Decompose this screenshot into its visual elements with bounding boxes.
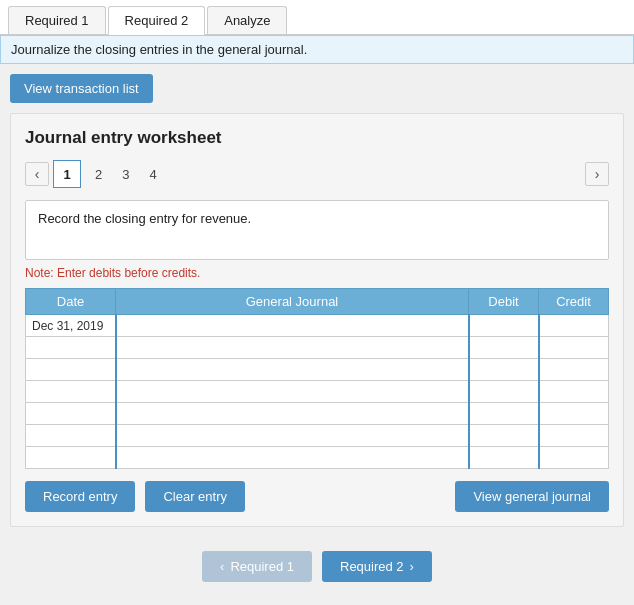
credit-cell-4[interactable] [539,403,609,425]
debit-cell-2[interactable] [469,359,539,381]
date-cell-0: Dec 31, 2019 [26,315,116,337]
prev-arrow-icon: ‹ [220,559,224,574]
debit-input-6[interactable] [470,447,538,468]
journal-cell-5[interactable] [116,425,469,447]
journal-table: Date General Journal Debit Credit Dec 31… [25,288,609,469]
credit-input-5[interactable] [540,425,609,446]
credit-cell-0[interactable] [539,315,609,337]
journal-cell-2[interactable] [116,359,469,381]
record-entry-button[interactable]: Record entry [25,481,135,512]
debit-cell-1[interactable] [469,337,539,359]
table-row [26,359,609,381]
nav-prev-button[interactable]: ‹ Required 1 [202,551,312,582]
journal-cell-3[interactable] [116,381,469,403]
credit-cell-5[interactable] [539,425,609,447]
journal-input-6[interactable] [117,447,468,468]
credit-cell-2[interactable] [539,359,609,381]
table-row [26,425,609,447]
col-header-debit: Debit [469,289,539,315]
col-header-journal: General Journal [116,289,469,315]
journal-input-0[interactable] [117,315,468,336]
action-buttons: Record entry Clear entry View general jo… [25,481,609,512]
debit-cell-6[interactable] [469,447,539,469]
nav-next-button[interactable]: Required 2 › [322,551,432,582]
table-row: Dec 31, 2019 [26,315,609,337]
description-text: Record the closing entry for revenue. [38,211,251,226]
debit-cell-5[interactable] [469,425,539,447]
journal-input-3[interactable] [117,381,468,402]
table-row [26,403,609,425]
credit-cell-6[interactable] [539,447,609,469]
credit-input-2[interactable] [540,359,609,380]
debit-input-0[interactable] [470,315,538,336]
debit-cell-0[interactable] [469,315,539,337]
journal-cell-0[interactable] [116,315,469,337]
date-cell-3 [26,381,116,403]
debit-input-2[interactable] [470,359,538,380]
date-cell-6 [26,447,116,469]
page-4-button[interactable]: 4 [139,160,166,188]
debit-input-1[interactable] [470,337,538,358]
credit-input-1[interactable] [540,337,609,358]
prev-page-button[interactable]: ‹ [25,162,49,186]
bottom-nav: ‹ Required 1 Required 2 › [0,537,634,592]
col-header-credit: Credit [539,289,609,315]
table-row [26,447,609,469]
clear-entry-button[interactable]: Clear entry [145,481,245,512]
credit-input-6[interactable] [540,447,609,468]
credit-input-4[interactable] [540,403,609,424]
nav-prev-label: Required 1 [230,559,294,574]
note-text: Note: Enter debits before credits. [25,266,609,280]
instruction-bar: Journalize the closing entries in the ge… [0,35,634,64]
card-title: Journal entry worksheet [25,128,609,148]
journal-input-1[interactable] [117,337,468,358]
debit-cell-3[interactable] [469,381,539,403]
journal-entry-card: Journal entry worksheet ‹ 1 2 3 4 › Reco… [10,113,624,527]
date-cell-5 [26,425,116,447]
journal-cell-1[interactable] [116,337,469,359]
journal-input-5[interactable] [117,425,468,446]
page-1-button[interactable]: 1 [53,160,81,188]
debit-cell-4[interactable] [469,403,539,425]
tab-required2[interactable]: Required 2 [108,6,206,35]
pagination: ‹ 1 2 3 4 › [25,160,609,188]
debit-input-3[interactable] [470,381,538,402]
debit-input-5[interactable] [470,425,538,446]
journal-input-4[interactable] [117,403,468,424]
date-cell-1 [26,337,116,359]
top-tabs: Required 1 Required 2 Analyze [0,0,634,35]
description-box: Record the closing entry for revenue. [25,200,609,260]
page-3-button[interactable]: 3 [112,160,139,188]
credit-cell-3[interactable] [539,381,609,403]
journal-cell-6[interactable] [116,447,469,469]
credit-cell-1[interactable] [539,337,609,359]
debit-input-4[interactable] [470,403,538,424]
journal-cell-4[interactable] [116,403,469,425]
table-row [26,381,609,403]
tab-required1[interactable]: Required 1 [8,6,106,34]
next-page-button[interactable]: › [585,162,609,186]
credit-input-3[interactable] [540,381,609,402]
view-transaction-button[interactable]: View transaction list [10,74,153,103]
journal-input-2[interactable] [117,359,468,380]
date-cell-2 [26,359,116,381]
date-cell-4 [26,403,116,425]
col-header-date: Date [26,289,116,315]
nav-next-label: Required 2 [340,559,404,574]
instruction-text: Journalize the closing entries in the ge… [11,42,307,57]
credit-input-0[interactable] [540,315,609,336]
view-general-journal-button[interactable]: View general journal [455,481,609,512]
table-row [26,337,609,359]
next-arrow-icon: › [410,559,414,574]
page-2-button[interactable]: 2 [85,160,112,188]
tab-analyze[interactable]: Analyze [207,6,287,34]
